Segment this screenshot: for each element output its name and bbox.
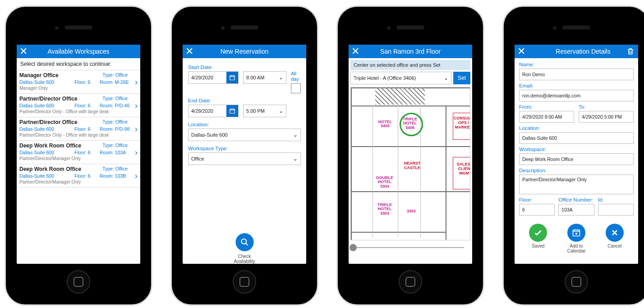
trash-icon[interactable] — [625, 46, 636, 57]
email-label: Email: — [519, 83, 634, 88]
chevron-down-icon: ⌄ — [279, 74, 283, 81]
add-calendar-label: Add to Calendar — [567, 244, 586, 253]
workspace-floor: Floor: 6 — [74, 173, 96, 179]
location-label: Location: — [188, 122, 301, 127]
home-button[interactable] — [565, 270, 588, 294]
chevron-right-icon: › — [135, 147, 138, 157]
svg-rect-0 — [230, 76, 235, 80]
check-availability-button[interactable] — [235, 233, 253, 251]
screen1-title: Available Workspaces — [30, 48, 140, 55]
workspace-floor: Floor: 6 — [74, 79, 96, 85]
workspace-room: Room: P/D-98 — [100, 126, 138, 132]
start-time-select[interactable]: 8:00 AM ⌄ — [243, 71, 286, 84]
map-label-consulting: CONSULTING OPS / MARKET — [454, 116, 470, 130]
add-calendar-button[interactable] — [567, 224, 585, 242]
workspace-floor: Floor: 6 — [74, 126, 96, 132]
map-label-hotel3405: HOTEL3405 — [377, 120, 393, 129]
from-input[interactable]: 4/29/2020 8:00 AM — [519, 111, 574, 123]
workspace-type-label: Workspace Type: — [188, 146, 301, 151]
workspace-type: Type: Office — [102, 119, 128, 124]
screen1-header: ✕ Available Workspaces — [17, 45, 140, 58]
map-label-triple3303: TRIPLE HOTEL3303 — [374, 203, 395, 216]
home-button[interactable] — [233, 270, 256, 294]
floor-input[interactable]: 6 — [519, 204, 555, 216]
office-select[interactable]: Triple Hotel - A (Office 3406) ⌄ — [350, 72, 451, 84]
chevron-right-icon: › — [135, 101, 138, 110]
workspace-meta: Partner/Director/Manager Only — [19, 156, 138, 161]
description-label: Description: — [519, 168, 634, 173]
map-label-double3304: DOUBLE HOTEL3304 — [374, 176, 395, 188]
workspace-item-2[interactable]: Partner/Director Office Type: Office Dal… — [17, 117, 140, 141]
calendar-icon[interactable] — [226, 72, 238, 83]
email-input[interactable]: ron.demo@demoamllp.com — [519, 90, 634, 101]
home-button[interactable] — [67, 270, 90, 294]
screen3-title: San Ramon 3rd Floor — [362, 48, 472, 55]
allday-label: All day — [291, 71, 301, 82]
screen4-title: Reservation Details — [528, 48, 638, 55]
close-icon[interactable]: ✕ — [183, 45, 196, 58]
zoom-slider[interactable] — [353, 244, 468, 251]
workspace-type: Type: Office — [102, 166, 128, 171]
map-label-3302: 3302 — [403, 209, 419, 213]
saved-label: Saved — [529, 244, 547, 248]
location-select[interactable]: Dallas-Suite 600 ⌄ — [188, 129, 301, 141]
description-input[interactable]: Partner/Director/Manager Only — [519, 175, 634, 194]
svg-rect-1 — [230, 109, 235, 113]
workspace-meta: Manager Only — [19, 86, 138, 91]
home-button[interactable] — [399, 270, 422, 294]
allday-checkbox[interactable] — [291, 83, 301, 93]
screen3-header: ✕ San Ramon 3rd Floor — [349, 45, 472, 58]
chevron-right-icon: › — [135, 171, 138, 180]
screen2-title: New Reservation — [196, 48, 306, 55]
workspace-location: Dallas-Suite 600 — [19, 103, 71, 108]
start-date-input[interactable]: 4/29/2020 — [188, 71, 239, 84]
cancel-button[interactable] — [606, 224, 624, 242]
workspace-location: Dallas-Suite 600 — [19, 79, 71, 85]
workspace-item-3[interactable]: Deep Work Room Office Type: Office Dalla… — [17, 141, 140, 164]
instruction-text: Select desired workspace to continue: — [17, 58, 140, 70]
map-label-sales: SALES & CLIENT MGMT — [454, 162, 470, 176]
selection-marker — [400, 113, 423, 136]
workspace-room: Room: M-26E — [100, 79, 138, 85]
chevron-down-icon: ⌄ — [279, 108, 283, 114]
workspace-floor: Floor: 6 — [74, 103, 96, 108]
office-number-input[interactable]: 103A — [558, 204, 594, 216]
set-button[interactable]: Set — [453, 72, 470, 84]
chevron-down-icon: ⌄ — [444, 75, 448, 81]
workspace-type-select[interactable]: Office ⌄ — [188, 152, 301, 165]
workspace-room: Room: 103A — [100, 150, 138, 155]
floorplan-map[interactable]: CONSULTING OPS / MARKET SALES & CLIENT M… — [350, 87, 470, 240]
svg-point-2 — [241, 239, 246, 244]
start-date-label: Start Date: — [188, 64, 286, 70]
workspace-location: Dallas-Suite 600 — [19, 126, 71, 132]
floor-label: Floor: — [519, 197, 555, 202]
workspace-input[interactable]: Deep Work Room Office — [519, 153, 634, 165]
workspace-location: Dallas-Suite 600 — [19, 173, 71, 179]
workspace-type: Type: Office — [102, 96, 128, 101]
end-time-select[interactable]: 5:00 PM ⌄ — [243, 105, 286, 117]
location-input[interactable]: Dallas-Suite 600 — [519, 132, 634, 144]
close-icon[interactable]: ✕ — [349, 45, 362, 58]
from-label: From: — [519, 104, 574, 110]
chevron-right-icon: › — [135, 77, 138, 87]
close-icon[interactable]: ✕ — [17, 45, 30, 58]
location-label: Location: — [519, 125, 634, 131]
workspace-location: Dallas-Suite 600 — [19, 150, 71, 155]
workspace-item-4[interactable]: Deep Work Room Office Type: Office Dalla… — [17, 164, 140, 188]
screen4-header: ✕ Reservation Details — [515, 45, 638, 58]
close-icon[interactable]: ✕ — [515, 45, 528, 58]
id-input[interactable] — [598, 204, 634, 216]
saved-button[interactable] — [529, 224, 547, 242]
workspace-type: Type: Office — [102, 72, 128, 78]
chevron-right-icon: › — [135, 124, 138, 133]
calendar-icon[interactable] — [226, 105, 238, 117]
to-label: To: — [579, 104, 634, 110]
cancel-label: Cancel — [606, 244, 624, 248]
to-input[interactable]: 4/29/2020 5:00 PM — [579, 111, 634, 123]
name-input[interactable]: Ron Demo — [519, 69, 634, 80]
workspace-item-0[interactable]: Manager Office Type: Office Dallas-Suite… — [17, 70, 140, 94]
workspace-item-1[interactable]: Partner/Director Office Type: Office Dal… — [17, 94, 140, 117]
workspace-floor: Floor: 6 — [74, 150, 96, 155]
end-date-input[interactable]: 4/29/2020 — [188, 105, 239, 117]
office-number-label: Office Number: — [558, 197, 594, 202]
